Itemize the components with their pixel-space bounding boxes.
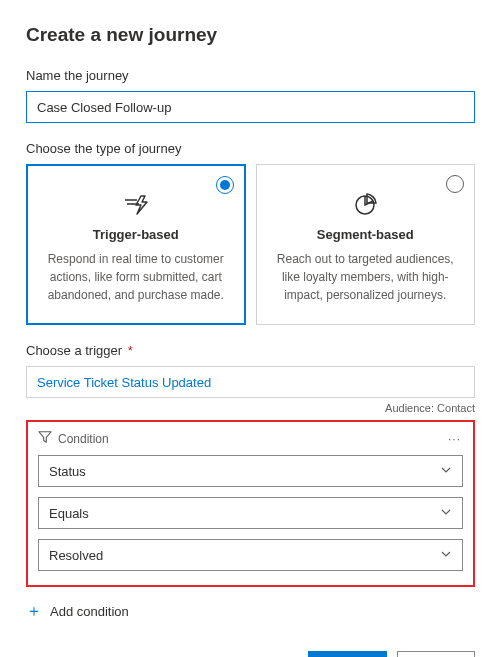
add-condition-label: Add condition: [50, 604, 129, 619]
condition-operator-select[interactable]: Equals: [38, 497, 463, 529]
select-value: Status: [49, 464, 86, 479]
chevron-down-icon: [440, 506, 452, 521]
select-value: Equals: [49, 506, 89, 521]
radio-segment-based[interactable]: [446, 175, 464, 193]
card-desc: Reach out to targeted audiences, like lo…: [273, 250, 459, 304]
add-condition-button[interactable]: ＋ Add condition: [26, 599, 475, 623]
name-label: Name the journey: [26, 68, 475, 83]
chevron-down-icon: [440, 548, 452, 563]
condition-value-select[interactable]: Resolved: [38, 539, 463, 571]
cancel-button[interactable]: Cancel: [397, 651, 475, 657]
filter-icon: [38, 430, 52, 447]
required-mark: *: [128, 343, 133, 358]
footer: Create Cancel: [26, 651, 475, 657]
type-label: Choose the type of journey: [26, 141, 475, 156]
trigger-input[interactable]: Service Ticket Status Updated: [26, 366, 475, 398]
radio-trigger-based[interactable]: [216, 176, 234, 194]
lightning-icon: [120, 193, 152, 217]
select-value: Resolved: [49, 548, 103, 563]
card-title: Trigger-based: [43, 227, 229, 242]
name-section: Name the journey: [26, 68, 475, 123]
type-section: Choose the type of journey Trigger-based…: [26, 141, 475, 325]
pie-chart-icon: [349, 193, 381, 217]
plus-icon: ＋: [26, 603, 42, 619]
card-trigger-based[interactable]: Trigger-based Respond in real time to cu…: [26, 164, 246, 325]
card-title: Segment-based: [273, 227, 459, 242]
chevron-down-icon: [440, 464, 452, 479]
trigger-section: Choose a trigger * Service Ticket Status…: [26, 343, 475, 414]
condition-header: Condition: [58, 432, 109, 446]
create-button[interactable]: Create: [308, 651, 386, 657]
card-desc: Respond in real time to customer actions…: [43, 250, 229, 304]
audience-info: Audience: Contact: [26, 402, 475, 414]
condition-panel: Condition ··· Status Equals Resolved: [26, 420, 475, 587]
trigger-label: Choose a trigger *: [26, 343, 475, 358]
condition-field-select[interactable]: Status: [38, 455, 463, 487]
journey-name-input[interactable]: [26, 91, 475, 123]
condition-more-button[interactable]: ···: [446, 432, 463, 446]
page-title: Create a new journey: [26, 24, 475, 46]
card-segment-based[interactable]: Segment-based Reach out to targeted audi…: [256, 164, 476, 325]
